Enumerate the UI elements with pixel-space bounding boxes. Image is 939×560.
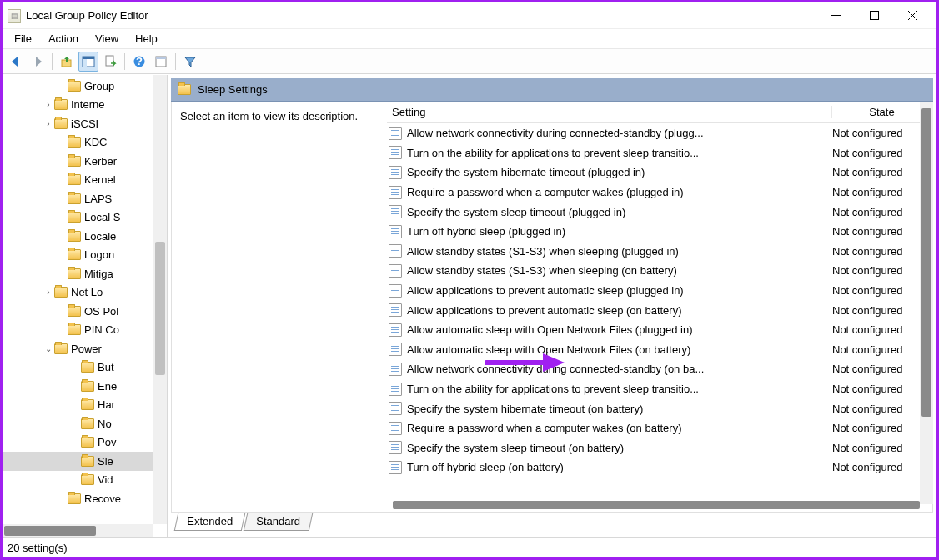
tree-item[interactable]: ⌄Power [3, 339, 167, 358]
maximize-button[interactable] [855, 2, 893, 29]
policy-state-label: Not configured [832, 323, 932, 336]
policy-setting-label: Allow standby states (S1-S3) when sleepi… [407, 245, 832, 258]
folder-icon [54, 343, 68, 354]
tree-item[interactable]: Vid [3, 471, 167, 490]
tree-item[interactable]: ›Net Lo [3, 283, 167, 302]
folder-icon [68, 231, 81, 242]
up-button[interactable] [57, 52, 77, 72]
tree-item[interactable]: KDC [3, 133, 167, 152]
policy-row[interactable]: Allow standby states (S1-S3) when sleepi… [387, 242, 932, 262]
menu-action[interactable]: Action [42, 31, 85, 47]
folder-icon [54, 118, 68, 129]
policy-setting-label: Specify the system hibernate timeout (on… [407, 402, 832, 415]
tree-item[interactable]: Mitiga [3, 264, 167, 283]
tree-horizontal-scrollbar[interactable] [3, 524, 153, 538]
policy-row[interactable]: Allow standby states (S1-S3) when sleepi… [387, 261, 932, 281]
policy-row[interactable]: Allow automatic sleep with Open Network … [387, 320, 932, 340]
tree-item-label: Locale [84, 230, 116, 242]
main-area: Group›Interne›iSCSIKDCKerberKernelLAPSLo… [3, 74, 936, 538]
policy-row[interactable]: Turn on the ability for applications to … [387, 143, 932, 163]
tree-item[interactable]: Locale [3, 227, 167, 246]
tree-item-label: Kernel [84, 173, 116, 186]
tree-item-label: Ene [98, 380, 117, 392]
policy-icon [389, 244, 402, 258]
tree-item[interactable]: Kernel [3, 171, 167, 190]
tree-item[interactable]: Recove [3, 489, 167, 508]
tree-item[interactable]: No [3, 414, 167, 433]
tree-item-label: Power [71, 342, 102, 355]
tree-item[interactable]: Ene [3, 377, 167, 396]
folder-icon [68, 174, 81, 185]
tree-item[interactable]: But [3, 358, 167, 378]
policy-row[interactable]: Require a password when a computer wakes… [387, 182, 932, 202]
policy-row[interactable]: Specify the system sleep timeout (on bat… [387, 438, 932, 458]
policy-state-label: Not configured [832, 442, 932, 454]
twisty-none [69, 474, 81, 486]
policy-icon [389, 461, 402, 474]
tree-item[interactable]: ›Interne [3, 96, 167, 115]
tab-extended[interactable]: Extended [174, 513, 245, 531]
policy-state-label: Not configured [832, 304, 932, 317]
list-header[interactable]: Setting State [387, 102, 932, 123]
filter-button[interactable] [180, 52, 200, 72]
minimize-button[interactable] [816, 2, 855, 29]
tree-item[interactable]: OS Pol [3, 302, 167, 321]
policy-row[interactable]: Allow applications to prevent automatic … [387, 300, 932, 320]
chevron-right-icon[interactable]: › [43, 99, 54, 111]
tree-item[interactable]: PIN Co [3, 321, 167, 340]
column-setting[interactable]: Setting [387, 106, 832, 118]
tree-item[interactable]: Har [3, 396, 167, 415]
tree-vertical-scrollbar[interactable] [153, 75, 167, 524]
policy-row[interactable]: Allow network connectivity during connec… [387, 359, 932, 379]
twisty-none [69, 418, 81, 429]
policy-row[interactable]: Turn off hybrid sleep (on battery)Not co… [387, 458, 932, 478]
detail-horizontal-scrollbar[interactable] [393, 501, 920, 509]
tree-item[interactable]: Kerber [3, 152, 167, 171]
app-icon: ▤ [8, 9, 21, 22]
policy-setting-label: Allow standby states (S1-S3) when sleepi… [407, 264, 832, 277]
policy-row[interactable]: Specify the system sleep timeout (plugge… [387, 202, 932, 222]
tree-item[interactable]: ›iSCSI [3, 114, 167, 133]
policy-state-label: Not configured [832, 402, 932, 415]
show-hide-tree-button[interactable] [78, 52, 98, 72]
chevron-down-icon[interactable]: ⌄ [43, 342, 54, 354]
help-button[interactable]: ? [129, 52, 149, 72]
policy-row[interactable]: Allow network connectivity during connec… [387, 123, 932, 143]
tree-item[interactable]: Logon [3, 246, 167, 265]
twisty-none [69, 362, 81, 373]
detail-vertical-scrollbar[interactable] [920, 102, 933, 504]
tree-item[interactable]: Local S [3, 208, 167, 228]
chevron-right-icon[interactable]: › [43, 287, 54, 298]
policy-row[interactable]: Turn on the ability for applications to … [387, 379, 932, 399]
properties-button[interactable] [151, 52, 171, 72]
tree-item[interactable]: Pov [3, 433, 167, 452]
tree-list[interactable]: Group›Interne›iSCSIKDCKerberKernelLAPSLo… [3, 75, 167, 508]
close-button[interactable] [893, 2, 931, 29]
column-state[interactable]: State [832, 106, 932, 118]
twisty-none [69, 455, 81, 467]
tab-standard[interactable]: Standard [244, 513, 313, 531]
policy-row[interactable]: Specify the system hibernate timeout (pl… [387, 162, 932, 182]
folder-icon [81, 362, 94, 372]
menu-file[interactable]: File [8, 31, 38, 47]
export-list-button[interactable] [100, 52, 120, 72]
back-button[interactable] [6, 52, 26, 72]
description-prompt: Select an item to view its description. [180, 110, 358, 122]
menu-help[interactable]: Help [128, 31, 164, 47]
policy-row[interactable]: Require a password when a computer wakes… [387, 418, 932, 438]
policy-icon [389, 303, 402, 317]
policy-setting-label: Allow automatic sleep with Open Network … [407, 343, 832, 356]
policy-row[interactable]: Allow applications to prevent automatic … [387, 281, 932, 301]
menu-view[interactable]: View [88, 31, 125, 47]
tree-item[interactable]: Sle [3, 452, 167, 471]
tree-item[interactable]: LAPS [3, 189, 167, 208]
policy-setting-label: Turn on the ability for applications to … [407, 382, 832, 395]
chevron-right-icon[interactable]: › [43, 118, 54, 129]
policy-state-label: Not configured [832, 382, 932, 395]
policy-row[interactable]: Specify the system hibernate timeout (on… [387, 398, 932, 418]
policy-state-label: Not configured [832, 245, 932, 258]
forward-button[interactable] [28, 52, 48, 72]
tree-item[interactable]: Group [3, 77, 167, 96]
policy-row[interactable]: Turn off hybrid sleep (plugged in)Not co… [387, 222, 932, 242]
policy-row[interactable]: Allow automatic sleep with Open Network … [387, 340, 932, 360]
